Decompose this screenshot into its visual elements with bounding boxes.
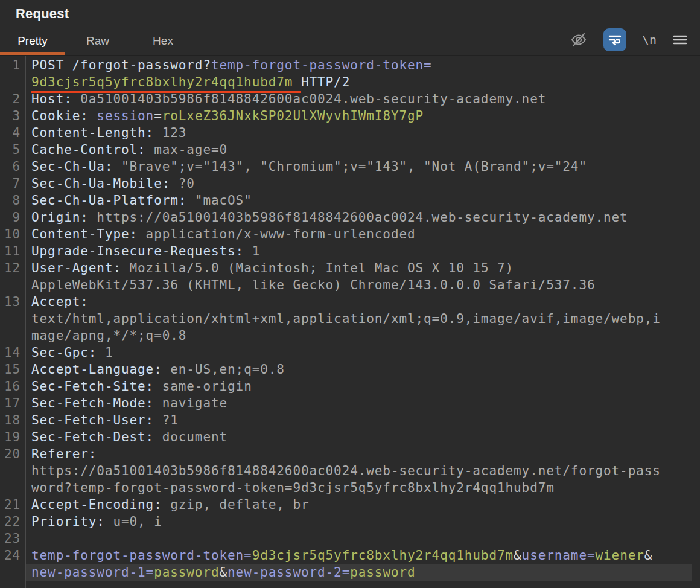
tab-hex[interactable]: Hex — [130, 30, 196, 55]
code-row: 4Content-Length: 123 — [0, 124, 700, 141]
code-line[interactable]: Accept: — [25, 293, 700, 310]
code-row: 23 — [0, 530, 700, 547]
code-segment: password — [154, 565, 219, 580]
line-number: 7 — [0, 175, 25, 192]
code-line[interactable]: mage/apng,*/*;q=0.8 — [25, 327, 700, 344]
code-line[interactable]: new-password-1=password&new-password-2=p… — [25, 564, 692, 581]
code-line[interactable]: Priority: u=0, i — [25, 513, 700, 530]
code-row: 20Referer: — [0, 446, 700, 462]
code-segment: Priority: — [31, 514, 105, 529]
code-segment: & — [220, 565, 228, 580]
code-line[interactable]: text/html,application/xhtml+xml,applicat… — [25, 310, 700, 327]
code-line[interactable]: Cache-Control: max-age=0 — [25, 141, 700, 158]
line-number: 23 — [0, 530, 25, 547]
line-number: 13 — [0, 293, 25, 310]
code-segment: Cache-Control: — [31, 142, 146, 157]
code-segment: Mozilla/5.0 (Macintosh; Intel Mac OS X 1… — [121, 261, 514, 275]
code-row: 22Priority: u=0, i — [0, 513, 700, 530]
code-row: 9d3cjsr5q5yfrc8bxlhy2r4qq1hubd7m HTTP/2 — [0, 74, 700, 91]
line-number: 9 — [0, 209, 25, 226]
code-segment: new-password-2= — [228, 565, 350, 580]
code-segment: Accept: — [31, 295, 89, 309]
request-editor[interactable]: 1POST /forgot-password?temp-forgot-passw… — [0, 56, 700, 588]
code-line[interactable]: 9d3cjsr5q5yfrc8bxlhy2r4qq1hubd7m HTTP/2 — [25, 74, 700, 91]
code-line[interactable]: Sec-Ch-Ua-Platform: "macOS" — [25, 192, 700, 209]
tab-raw[interactable]: Raw — [65, 30, 130, 55]
line-number: 12 — [0, 260, 25, 276]
code-row: 2Host: 0a51001403b5986f8148842600ac0024.… — [0, 91, 700, 107]
code-row: 15Accept-Language: en-US,en;q=0.8 — [0, 361, 700, 378]
hide-nonprintable-icon[interactable] — [570, 31, 588, 49]
code-segment: text/html,application/xhtml+xml,applicat… — [31, 312, 661, 326]
code-line[interactable]: Host: 0a51001403b5986f8148842600ac0024.w… — [25, 91, 700, 107]
code-segment: Accept-Encoding: — [31, 497, 162, 512]
code-line[interactable]: Content-Length: 123 — [25, 124, 700, 141]
code-line[interactable]: Sec-Gpc: 1 — [25, 344, 700, 361]
code-line[interactable]: Sec-Fetch-Mode: navigate — [25, 395, 700, 412]
code-line[interactable]: Sec-Ch-Ua-Mobile: ?0 — [25, 175, 700, 192]
line-number: 3 — [0, 107, 25, 124]
line-number: 6 — [0, 158, 25, 175]
code-line[interactable]: Upgrade-Insecure-Requests: 1 — [25, 243, 700, 260]
line-number: 1 — [0, 57, 25, 74]
code-line[interactable]: AppleWebKit/537.36 (KHTML, like Gecko) C… — [25, 276, 700, 293]
view-tabbar: Pretty Raw Hex — [0, 30, 196, 55]
code-segment: = — [154, 109, 162, 123]
line-number: 17 — [0, 395, 25, 412]
code-line[interactable]: Sec-Ch-Ua: "Brave";v="143", "Chromium";v… — [25, 158, 700, 175]
request-header: Request Pretty Raw Hex — [0, 0, 700, 56]
code-line[interactable]: https://0a51001403b5986f8148842600ac0024… — [25, 462, 700, 479]
code-segment: HTTP/2 — [301, 75, 350, 89]
code-segment: wiener — [596, 548, 644, 563]
code-row: 6Sec-Ch-Ua: "Brave";v="143", "Chromium";… — [0, 158, 700, 175]
word-wrap-icon[interactable] — [603, 28, 626, 51]
code-segment: ?0 — [170, 176, 195, 191]
code-segment: en-US,en;q=0.8 — [162, 362, 285, 377]
tab-pretty[interactable]: Pretty — [0, 30, 65, 55]
code-segment: "macOS" — [186, 193, 252, 208]
code-segment: 1 — [97, 345, 113, 360]
code-line[interactable]: Origin: https://0a51001403b5986f81488426… — [25, 209, 700, 226]
code-row: 12User-Agent: Mozilla/5.0 (Macintosh; In… — [0, 260, 700, 276]
code-line[interactable]: POST /forgot-password?temp-forgot-passwo… — [25, 57, 700, 74]
code-row: AppleWebKit/537.36 (KHTML, like Gecko) C… — [0, 276, 700, 293]
code-line[interactable]: temp-forgot-password-token=9d3cjsr5q5yfr… — [25, 547, 700, 564]
code-segment: & — [514, 548, 522, 563]
code-segment: roLxeZ36JNxkSP02UlXWyvhIWmI8Y7gP — [162, 109, 424, 123]
code-line[interactable]: Sec-Fetch-User: ?1 — [25, 412, 700, 429]
code-line[interactable]: User-Agent: Mozilla/5.0 (Macintosh; Inte… — [25, 260, 700, 276]
code-row: 10Content-Type: application/x-www-form-u… — [0, 226, 700, 243]
code-line[interactable]: Content-Type: application/x-www-form-url… — [25, 226, 700, 243]
code-segment: Content-Length: — [31, 126, 154, 140]
code-segment: 0a51001403b5986f8148842600ac0024.web-sec… — [72, 92, 547, 106]
menu-icon[interactable] — [672, 33, 688, 47]
code-line[interactable]: word?temp-forgot-password-token=9d3cjsr5… — [25, 479, 700, 496]
code-segment: Sec-Fetch-Mode: — [31, 396, 154, 411]
line-number: 8 — [0, 192, 25, 209]
code-row: https://0a51001403b5986f8148842600ac0024… — [0, 462, 700, 479]
code-row: 1POST /forgot-password?temp-forgot-passw… — [0, 57, 700, 74]
code-line[interactable]: Referer: — [25, 446, 700, 462]
code-line[interactable]: Sec-Fetch-Site: same-origin — [25, 378, 700, 395]
code-segment: application/x-www-form-urlencoded — [138, 227, 415, 241]
code-row: 16Sec-Fetch-Site: same-origin — [0, 378, 700, 395]
code-segment: User-Agent: — [31, 261, 121, 275]
panel-title: Request — [0, 0, 700, 22]
code-segment: Host: — [31, 92, 72, 106]
code-line[interactable]: Cookie: session=roLxeZ36JNxkSP02UlXWyvhI… — [25, 107, 700, 124]
code-line[interactable]: Accept-Encoding: gzip, deflate, br — [25, 496, 700, 513]
code-line[interactable]: Accept-Language: en-US,en;q=0.8 — [25, 361, 700, 378]
code-line[interactable] — [25, 530, 700, 547]
code-segment: navigate — [154, 396, 228, 411]
code-segment: password — [350, 565, 415, 580]
code-segment: Sec-Fetch-Dest: — [31, 430, 154, 444]
code-row: 19Sec-Fetch-Dest: document — [0, 429, 700, 446]
code-row: 8Sec-Ch-Ua-Platform: "macOS" — [0, 192, 700, 209]
line-number: 24 — [0, 547, 25, 564]
code-line[interactable]: Sec-Fetch-Dest: document — [25, 429, 700, 446]
code-segment: 1 — [244, 244, 260, 258]
line-number — [0, 479, 25, 496]
newline-chars-icon[interactable]: \n — [642, 33, 657, 47]
line-number: 2 — [0, 91, 25, 107]
code-row: 5Cache-Control: max-age=0 — [0, 141, 700, 158]
